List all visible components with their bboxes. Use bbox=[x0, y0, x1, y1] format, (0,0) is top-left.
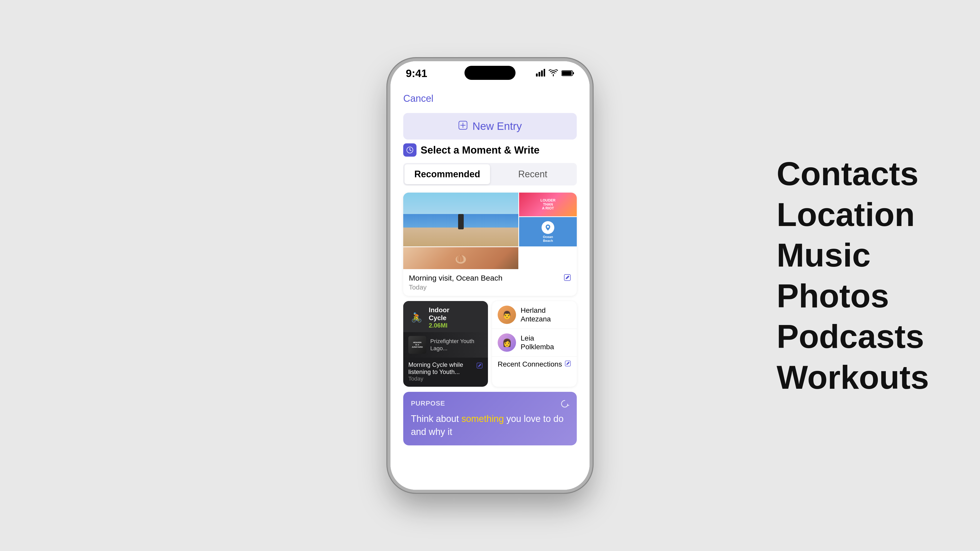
label-music: Music bbox=[776, 236, 929, 275]
photo-caption-row: Morning visit, Ocean Beach Today bbox=[409, 274, 571, 291]
svg-rect-6 bbox=[562, 71, 572, 75]
new-entry-icon bbox=[458, 121, 468, 132]
right-labels: Contacts Location Music Photos Podcasts … bbox=[776, 155, 929, 396]
photo-title: Morning visit, Ocean Beach bbox=[409, 274, 503, 283]
svg-rect-0 bbox=[536, 73, 538, 76]
tab-recent[interactable]: Recent bbox=[490, 164, 576, 184]
select-moment-header: Select a Moment & Write bbox=[403, 143, 577, 157]
podcast-art-inner: LOUDERTHANA RIOT bbox=[519, 192, 577, 216]
phone-screen: 9:41 bbox=[390, 61, 590, 490]
status-time: 9:41 bbox=[406, 67, 427, 79]
svg-rect-3 bbox=[544, 69, 545, 76]
contact-avatar-1: 👨 bbox=[498, 306, 516, 324]
podcast-row: HEAVENIS AJUNKYARD Prizefighter Youth La… bbox=[403, 332, 488, 358]
purpose-refresh-icon[interactable] bbox=[560, 399, 570, 411]
beach-photo-main bbox=[403, 192, 518, 246]
signal-icon bbox=[536, 68, 545, 79]
svg-rect-1 bbox=[538, 72, 540, 76]
select-moment-section: Select a Moment & Write Recommended Rece… bbox=[390, 143, 590, 445]
purpose-label: PURPOSE bbox=[411, 400, 569, 407]
ocean-beach-label: OceanBeach bbox=[543, 235, 553, 243]
status-icons bbox=[536, 68, 574, 79]
photo-caption-text: Morning visit, Ocean Beach Today bbox=[409, 274, 503, 291]
photo-grid: LOUDERTHANA RIOT bbox=[403, 192, 577, 269]
activity-icon: 🚴 bbox=[408, 310, 425, 326]
activity-info: IndoorCycle 2.06MI bbox=[429, 306, 449, 329]
svg-point-11 bbox=[547, 226, 549, 228]
tabs: Recommended Recent bbox=[403, 163, 577, 186]
contact-name-2: LeiaPolklemba bbox=[520, 334, 554, 351]
seashell-inner bbox=[403, 247, 518, 269]
activity-podcast: HEAVENIS AJUNKYARD Prizefighter Youth La… bbox=[403, 332, 488, 358]
select-moment-title: Select a Moment & Write bbox=[421, 144, 539, 156]
dynamic-island bbox=[465, 66, 515, 80]
activity-card: 🚴 IndoorCycle 2.06MI bbox=[403, 301, 488, 387]
beach-scene bbox=[403, 192, 518, 246]
label-photos: Photos bbox=[776, 277, 929, 315]
contact-name-1: HerlandAntezana bbox=[520, 306, 551, 323]
podcast-album-label: HEAVENIS AJUNKYARD bbox=[412, 341, 423, 348]
photo-card: LOUDERTHANA RIOT bbox=[403, 192, 577, 296]
scroll-area[interactable]: Cancel New Entry bbox=[390, 86, 590, 490]
purpose-text-highlight: something bbox=[461, 413, 504, 424]
ocean-beach-icon bbox=[542, 221, 554, 234]
new-entry-label: New Entry bbox=[473, 120, 522, 132]
tab-recommended[interactable]: Recommended bbox=[404, 164, 490, 184]
podcast-album-art: HEAVENIS AJUNKYARD bbox=[408, 336, 426, 354]
two-col-cards: 🚴 IndoorCycle 2.06MI bbox=[403, 301, 577, 387]
screen-content: Cancel New Entry bbox=[390, 86, 590, 490]
activity-edit-icon[interactable] bbox=[476, 362, 483, 371]
cycle-icon: 🚴 bbox=[411, 312, 422, 323]
purpose-text-normal: Think about bbox=[411, 413, 461, 424]
activity-name: IndoorCycle bbox=[429, 306, 449, 322]
activity-distance: 2.06MI bbox=[429, 322, 449, 329]
podcast-title: Prizefighter Youth Lago... bbox=[430, 338, 483, 352]
status-bar: 9:41 bbox=[390, 61, 590, 86]
purpose-card: PURPOSE Think about something you love t… bbox=[403, 392, 577, 445]
avatar-herland: 👨 bbox=[498, 306, 516, 324]
purpose-text: Think about something you love to do and… bbox=[411, 413, 569, 438]
new-entry-button[interactable]: New Entry bbox=[403, 113, 577, 140]
contact-row-2: 👩 LeiaPolklemba bbox=[492, 329, 577, 357]
top-bar: Cancel bbox=[390, 86, 590, 109]
contact-avatar-2: 👩 bbox=[498, 333, 516, 352]
moment-icon bbox=[403, 143, 417, 157]
contacts-footer: Recent Connections bbox=[492, 357, 577, 373]
beach-figure bbox=[458, 214, 464, 229]
wifi-icon bbox=[549, 68, 558, 79]
activity-date: Today bbox=[408, 375, 476, 382]
avatar-leia: 👩 bbox=[498, 333, 516, 352]
contacts-card: 👨 HerlandAntezana 👩 LeiaPolklemba bbox=[492, 301, 577, 387]
photo-caption: Morning visit, Ocean Beach Today bbox=[403, 269, 577, 296]
page-container: 9:41 bbox=[0, 0, 980, 551]
podcast-art-photo: LOUDERTHANA RIOT bbox=[519, 192, 577, 216]
contact-row-1: 👨 HerlandAntezana bbox=[492, 301, 577, 329]
label-podcasts: Podcasts bbox=[776, 318, 929, 356]
ocean-beach-photo: OceanBeach bbox=[519, 217, 577, 246]
activity-header: 🚴 IndoorCycle 2.06MI bbox=[403, 301, 488, 332]
nature-photo bbox=[403, 247, 518, 269]
beach-sand bbox=[403, 227, 518, 246]
photo-edit-icon[interactable] bbox=[563, 274, 571, 283]
activity-caption: Morning Cycle while listening to Youth..… bbox=[408, 361, 476, 375]
activity-card-footer: Morning Cycle while listening to Youth..… bbox=[403, 358, 488, 387]
photo-date: Today bbox=[409, 283, 503, 291]
label-contacts: Contacts bbox=[776, 155, 929, 193]
svg-rect-2 bbox=[541, 70, 543, 76]
contacts-title: Recent Connections bbox=[498, 360, 562, 368]
cancel-button[interactable]: Cancel bbox=[403, 93, 433, 104]
label-location: Location bbox=[776, 195, 929, 233]
battery-icon bbox=[562, 68, 574, 79]
activity-caption-wrapper: Morning Cycle while listening to Youth..… bbox=[408, 361, 476, 382]
label-workouts: Workouts bbox=[776, 358, 929, 396]
podcast-art-label: LOUDERTHANA RIOT bbox=[541, 198, 555, 210]
contacts-edit-icon[interactable] bbox=[565, 360, 571, 368]
phone: 9:41 bbox=[390, 61, 590, 490]
svg-rect-5 bbox=[573, 72, 574, 74]
